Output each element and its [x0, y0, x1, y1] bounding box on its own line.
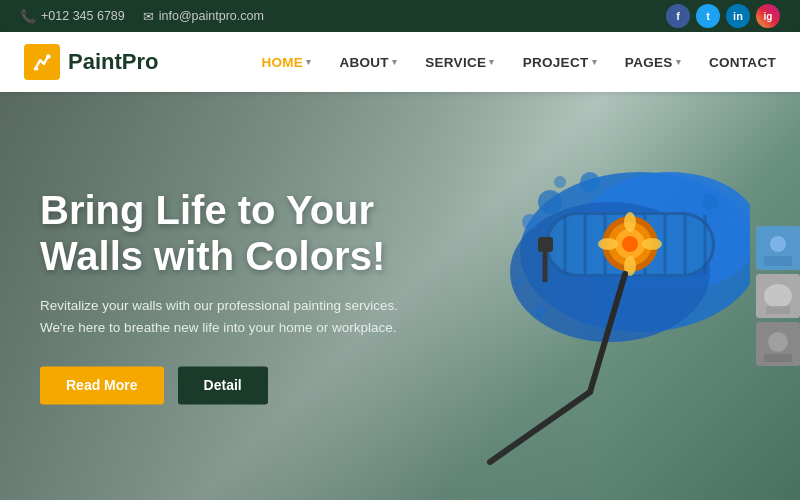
- chevron-down-icon: ▾: [306, 57, 311, 67]
- email-address: info@paintpro.com: [159, 9, 264, 23]
- nav-project[interactable]: PROJECT ▾: [523, 55, 597, 70]
- brand-name: PaintPro: [68, 49, 158, 75]
- nav-home[interactable]: HOME ▾: [261, 55, 311, 70]
- phone-info: 📞 +012 345 6789: [20, 9, 125, 24]
- thumbnail-2[interactable]: [756, 274, 800, 318]
- svg-point-36: [770, 236, 786, 252]
- linkedin-icon[interactable]: in: [726, 4, 750, 28]
- chevron-down-icon: ▾: [489, 57, 494, 67]
- hero-buttons: Read More Detail: [40, 367, 480, 405]
- hero-section: Bring Life to Your Walls with Colors! Re…: [0, 92, 800, 500]
- svg-point-42: [768, 332, 788, 352]
- svg-rect-40: [766, 306, 790, 314]
- facebook-icon[interactable]: f: [666, 4, 690, 28]
- phone-number: +012 345 6789: [41, 9, 125, 23]
- instagram-icon[interactable]: ig: [756, 4, 780, 28]
- hero-content: Bring Life to Your Walls with Colors! Re…: [40, 187, 480, 404]
- nav-contact[interactable]: CONTACT: [709, 55, 776, 70]
- logo[interactable]: PaintPro: [24, 44, 158, 80]
- nav-about[interactable]: ABOUT ▾: [339, 55, 397, 70]
- nav-pages[interactable]: PAGES ▾: [625, 55, 681, 70]
- social-links: f t in ig: [666, 4, 780, 28]
- phone-icon: 📞: [20, 9, 36, 24]
- top-bar-contact: 📞 +012 345 6789 ✉ info@paintpro.com: [20, 9, 264, 24]
- nav-service[interactable]: SERVICE ▾: [425, 55, 494, 70]
- detail-button[interactable]: Detail: [178, 367, 268, 405]
- svg-point-39: [764, 284, 792, 308]
- hero-title: Bring Life to Your Walls with Colors!: [40, 187, 480, 279]
- mail-icon: ✉: [143, 9, 154, 24]
- svg-rect-1: [34, 68, 39, 71]
- email-info: ✉ info@paintpro.com: [143, 9, 264, 24]
- top-bar: 📞 +012 345 6789 ✉ info@paintpro.com f t …: [0, 0, 800, 32]
- chevron-down-icon: ▾: [676, 57, 681, 67]
- chevron-down-icon: ▾: [592, 57, 597, 67]
- hero-subtitle: Revitalize your walls with our professio…: [40, 295, 420, 338]
- side-thumbnails: [756, 226, 800, 366]
- svg-rect-43: [764, 354, 792, 362]
- navbar: PaintPro HOME ▾ ABOUT ▾ SERVICE ▾ PROJEC…: [0, 32, 800, 92]
- read-more-button[interactable]: Read More: [40, 367, 164, 405]
- thumbnail-3[interactable]: [756, 322, 800, 366]
- svg-point-0: [46, 54, 51, 59]
- twitter-icon[interactable]: t: [696, 4, 720, 28]
- logo-icon: [24, 44, 60, 80]
- nav-links: HOME ▾ ABOUT ▾ SERVICE ▾ PROJECT ▾ PAGES…: [261, 55, 776, 70]
- thumbnail-1[interactable]: [756, 226, 800, 270]
- chevron-down-icon: ▾: [392, 57, 397, 67]
- svg-rect-37: [764, 256, 792, 266]
